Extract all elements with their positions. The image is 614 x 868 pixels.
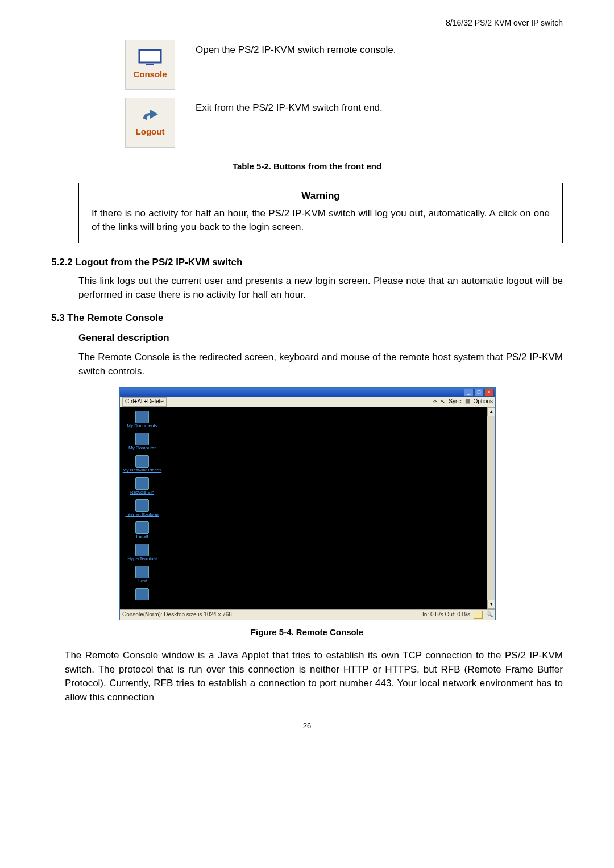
status-left-text: Console(Norm): Desktop size is 1024 x 76…: [122, 611, 232, 619]
scroll-down-icon[interactable]: ▾: [487, 600, 495, 609]
console-button-description: Open the PS/2 IP-KVM switch remote conso…: [196, 40, 563, 57]
desktop-shortcut-icon: [135, 566, 149, 578]
warning-box: Warning If there is no activity for half…: [78, 183, 563, 243]
desktop-shortcut-icon: [135, 455, 149, 468]
remote-console-window: _ □ × Ctrl+Alt+Delete ✧ ↖ Sync ▤ Options…: [119, 387, 496, 620]
button-row-console: Console Open the PS/2 IP-KVM switch remo…: [125, 40, 563, 90]
options-button[interactable]: Options: [474, 398, 493, 406]
desktop-shortcut[interactable]: [122, 588, 162, 601]
scroll-up-icon[interactable]: ▴: [487, 407, 495, 416]
monitor-icon: [138, 49, 162, 66]
desktop-shortcut-icon: [135, 499, 149, 512]
desktop-shortcut[interactable]: My Documents: [122, 411, 162, 428]
vertical-scrollbar[interactable]: ▴ ▾: [487, 407, 495, 609]
desktop-shortcut-label: Recycle Bin: [130, 490, 154, 495]
sync-label[interactable]: Sync: [449, 398, 461, 406]
desktop-shortcut[interactable]: HyperTerminal: [122, 544, 162, 561]
desktop-shortcut-icon: [135, 521, 149, 534]
post-figure-paragraph: The Remote Console window is a Java Appl…: [65, 649, 563, 705]
encryption-indicator-icon: [474, 611, 483, 619]
status-right-text: In: 0 B/s Out: 0 B/s: [422, 611, 470, 619]
logout-button-description: Exit from the PS/2 IP-KVM switch front e…: [196, 98, 563, 115]
desktop-shortcut[interactable]: Install: [122, 521, 162, 539]
close-icon[interactable]: ×: [484, 389, 494, 397]
remote-console-statusbar: Console(Norm): Desktop size is 1024 x 76…: [120, 609, 495, 620]
button-row-logout: Logout Exit from the PS/2 IP-KVM switch …: [125, 98, 563, 148]
logout-arrow-icon: [139, 107, 161, 123]
magnifier-icon[interactable]: 🔍: [486, 611, 493, 619]
desktop-shortcut[interactable]: Recycle Bin: [122, 477, 162, 495]
desktop-shortcut[interactable]: My Computer: [122, 433, 162, 450]
desktop-shortcut[interactable]: Host: [122, 566, 162, 583]
section-522-heading: 5.2.2 Logout from the PS/2 IP-KVM switch: [51, 256, 563, 270]
desktop-shortcut-label: Install: [136, 535, 148, 539]
desktop-shortcut-label: Internet Explorer: [125, 512, 159, 517]
section-53-body: The Remote Console is the redirected scr…: [78, 350, 563, 378]
desktop-shortcut-icon: [135, 544, 149, 556]
page-header: 8/16/32 PS/2 KVM over IP switch: [51, 17, 563, 28]
svg-rect-1: [146, 64, 154, 65]
crosshair-icon[interactable]: ✧: [433, 398, 437, 406]
desktop-shortcut-label: My Computer: [128, 446, 156, 450]
figure-caption: Figure 5-4. Remote Console: [51, 626, 563, 639]
console-button[interactable]: Console: [125, 40, 175, 90]
table-caption: Table 5-2. Buttons from the front end: [51, 160, 563, 173]
desktop-shortcut-icon: [135, 433, 149, 445]
maximize-icon[interactable]: □: [474, 389, 484, 397]
remote-desktop-view[interactable]: My DocumentsMy ComputerMy Network Places…: [120, 407, 495, 609]
warning-title: Warning: [92, 189, 550, 203]
video-settings-icon[interactable]: ▤: [465, 398, 470, 406]
svg-rect-0: [139, 50, 161, 62]
console-button-label: Console: [133, 68, 167, 81]
page-number: 26: [51, 721, 563, 732]
desktop-shortcut-icon: [135, 588, 149, 600]
desktop-shortcut-label: Host: [138, 579, 147, 583]
logout-button[interactable]: Logout: [125, 98, 175, 148]
section-53-heading: 5.3 The Remote Console: [51, 311, 563, 326]
desktop-shortcut-label: My Network Places: [123, 468, 161, 473]
remote-console-toolbar: Ctrl+Alt+Delete ✧ ↖ Sync ▤ Options: [120, 397, 495, 407]
desktop-shortcut-label: HyperTerminal: [127, 557, 157, 561]
desktop-shortcut-icon: [135, 477, 149, 490]
desktop-shortcut[interactable]: My Network Places: [122, 455, 162, 473]
warning-body: If there is no activity for half an hour…: [92, 207, 550, 235]
section-522-body: This link logs out the current user and …: [78, 274, 563, 302]
desktop-shortcut-icon: [135, 411, 149, 423]
cursor-icon[interactable]: ↖: [441, 398, 445, 406]
ctrl-alt-delete-button[interactable]: Ctrl+Alt+Delete: [122, 397, 167, 407]
logout-button-label: Logout: [136, 126, 165, 138]
remote-console-figure: _ □ × Ctrl+Alt+Delete ✧ ↖ Sync ▤ Options…: [119, 387, 495, 620]
window-titlebar: _ □ ×: [120, 388, 495, 397]
desktop-shortcut-label: My Documents: [127, 424, 157, 428]
section-53-subheading: General description: [78, 331, 563, 345]
minimize-icon[interactable]: _: [464, 389, 474, 397]
desktop-shortcut[interactable]: Internet Explorer: [122, 499, 162, 517]
